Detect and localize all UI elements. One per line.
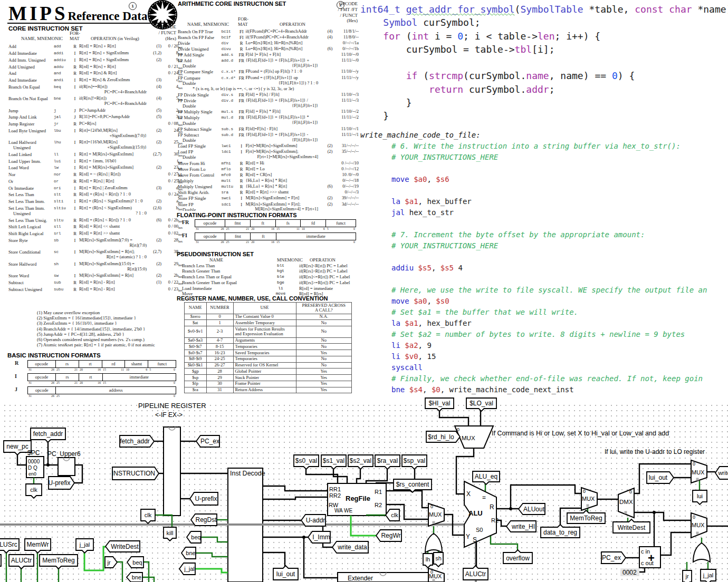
wire (117, 562, 122, 582)
circuit-text-mux: MUX (462, 435, 475, 441)
circuit-label-text-aluout: ALUout (523, 506, 545, 513)
circuit-label-text-overflow: overflow (506, 555, 530, 562)
instruction-row: Load LinkedllIR[rt] = M[R[rs]+SignExtImm… (8, 151, 184, 158)
circuit-label-text-lui_out: lui_out (649, 474, 668, 481)
circuit-label-text-hival: $HI_val (429, 400, 451, 407)
register-row: $zero0The Constant Value 0N.A. (185, 314, 352, 320)
circuit-label-text-pc_ex: PC_ex (602, 554, 621, 561)
pipeline-register-block[interactable] (164, 427, 180, 516)
instruction-row: FP Subtract Singlesub.sFRF[fd]=F[fs] - F… (178, 126, 359, 132)
circuit-label-text-clk: clk (145, 512, 152, 518)
circuit-text-y: Y (466, 533, 470, 540)
circuit-text-x: X (466, 490, 471, 498)
instruction-row: Branch On EqualbeqIif(R[rs]==R[rt])PC=PC… (8, 83, 184, 95)
code-line: } (360, 109, 728, 122)
format-row-FI: FIopcodefmtftimmediate312625212016150 (182, 232, 356, 244)
instruction-row: Branch On FP Falsebc1fFIif(!FPcond)PC=PC… (178, 34, 359, 40)
register-row: $sp29Stack PointerYes (185, 375, 352, 381)
circuit-text-zero: 0 (693, 461, 695, 467)
logisim-circuit-canvas[interactable]: fetch_addrnew_pcclkU-prefixfetch_addrPC_… (0, 401, 728, 582)
register-row: $fp30Frame PointerYes (185, 381, 352, 387)
arith-col-name: NAME, MNEMONIC (187, 22, 229, 27)
code-line (360, 218, 728, 229)
refcard-title: MIPSReference Data (8, 2, 147, 25)
circuit-label-text-memtoreg: MemToReg (570, 515, 602, 522)
wire-junction (46, 463, 50, 467)
instruction-row: Store ConditionalscIM[R[rs]+SignExtImm] … (8, 249, 184, 260)
circuit-label-text-aluctr: ALUCtr (11, 557, 32, 564)
wire (366, 467, 387, 483)
select-pin-icon (625, 511, 627, 514)
code-line: write_machine_code_to_file: (360, 130, 728, 141)
circuit-label-text-clk: clk (30, 487, 37, 493)
wire (357, 467, 360, 483)
mips-refcard-arith: ARITHMETIC CORE INSTRUCTION SET 2 OPCODE… (177, 0, 359, 401)
instruction-row: FP Divide Singlediv.sFRF[fd] = F[fs] / F… (178, 92, 359, 98)
instruction-row: MultiplymultR{Hi,Lo} = R[rs] * R[rt]0/--… (178, 178, 359, 184)
footnote: (5) JumpAddr = { PC+4[31:28], address, 2… (37, 332, 155, 337)
instruction-row: Move From HimfhiRR[rd] = Hi0 /--/--/10 (178, 160, 359, 166)
instruction-row: Load HalfwordUnsignedlhuIR[rt]={16'b0,M[… (8, 139, 184, 151)
footnote: (7) Atomic test&set pair; R[rt] = 1 if p… (37, 342, 155, 347)
instruction-row: Load Upper Imm.luiIR[rt] = {imm, 16'b0}f… (8, 158, 184, 164)
arith-col-op: OPERATION (280, 22, 305, 27)
circuit-text-mux: MUX (692, 469, 705, 476)
col-header-name: NAME, MNEMONIC (21, 36, 63, 41)
circuit-label-text-j_jal: j_jal (703, 572, 714, 578)
footnotes: (1) May cause overflow exception(2) Sign… (37, 310, 155, 347)
instruction-row: FP SubtractDoublesub.dFR{F[fd],F[fd+1]} … (178, 132, 359, 143)
or-gate-shape[interactable] (693, 543, 710, 562)
select-pin-icon (433, 521, 435, 524)
code-line: return curSymbol.addr; (360, 83, 728, 96)
code-line: # 7. Increment the byte offset by the ap… (360, 229, 728, 240)
select-pin-icon (696, 478, 699, 481)
circuit-label-text-lui_out: lui_out (276, 570, 295, 578)
code-line: move $a0, $s0 (360, 296, 728, 307)
instruction-row: Add ImmediateaddiIR[rt] = R[rs] + SignEx… (8, 50, 184, 57)
instruction-row: Load WordlwIR[rt] = M[R[rs]+SignExtImm](… (8, 164, 184, 171)
panel-border-h (0, 523, 476, 526)
circuit-label-jr[interactable] (105, 557, 117, 568)
code-line: jal hex_to_str (360, 207, 728, 218)
circuit-text-dmx: DMX (619, 499, 633, 505)
code-line: # YOUR_INSTRUCTIONS_HERE (360, 152, 728, 163)
instruction-row: JumpjJPC=JumpAddr(5)2hex (8, 107, 184, 114)
mips-refcard-core: MIPSReference Data 1 CORE INSTRUCTION SE… (7, 0, 177, 401)
code-line: # Finally, we check whether end-of-file … (360, 373, 728, 384)
circuit-label-text-write_data: write_data (337, 544, 367, 551)
instruction-row: FP DivideDoublediv.dFR{F[fd],F[fd+1]} = … (178, 98, 359, 109)
circuit-label-text-memtoreg: MemToReg (42, 557, 74, 564)
code-line (360, 163, 728, 174)
footnote: (6) Operands considered unsigned numbers… (37, 337, 155, 342)
pseudo-row: Branch Greater Thanbgtif(R[rs]>R[rt]) PC… (177, 269, 359, 275)
pc-upper6-block[interactable] (58, 458, 75, 476)
circuit-label-text-beq: beq (132, 559, 142, 566)
circuit-text-s0: S0 (476, 527, 483, 533)
instruction-row: Set Less Than Unsig.sltuRR[rd] = (R[rs] … (8, 217, 184, 224)
code-line: la $a1, hex_buffer (360, 196, 728, 207)
circuit-text-rr2: RR2 (329, 492, 341, 499)
circuit-drawing: fetch_addrnew_pcclkU-prefixfetch_addrPC_… (0, 390, 728, 582)
code-editor-pane[interactable]: int64_t get_addr_for_symbol(SymbolTable … (360, 0, 728, 401)
circuit-text-zero: 0 (430, 504, 433, 509)
instruction-row: Branch On Not EqualbneIif(R[rs]!=R[rt])P… (8, 95, 184, 107)
instruction-row: FP Add Singleadd.sFRF[fd ]= F[fs] + F[ft… (178, 52, 359, 58)
code-line (360, 274, 728, 285)
wire (386, 491, 428, 508)
circuit-label-text-s1val: $s1_val (323, 457, 344, 464)
circuit-text-s: S (473, 536, 477, 544)
code-line: # Here, we use the write to file syscall… (360, 285, 728, 296)
code-line: li $v0, 15 (360, 351, 728, 362)
or-gate-shape[interactable] (425, 534, 442, 552)
circuit-label-text-write_cut: write (717, 470, 728, 476)
wire (439, 409, 468, 426)
circuit-text-zero: 0 (430, 569, 433, 575)
circuit-label-text-uprefix: U-prefix (48, 479, 70, 487)
circuit-text-mux: MUX (582, 496, 595, 502)
pseudo-row: Branch Greater Than or Equalbgeif(R[rs]>… (177, 280, 359, 286)
circuit-label-blank[interactable] (0, 555, 1, 566)
asm-code-block: write_machine_code_to_file: # 6. Write t… (360, 130, 728, 395)
wire (195, 569, 228, 573)
circuit-label-text-pc_ex: PC_ex (200, 438, 219, 445)
circuit-text-ann2: If lui, write the U-addr to LO register (605, 448, 705, 455)
